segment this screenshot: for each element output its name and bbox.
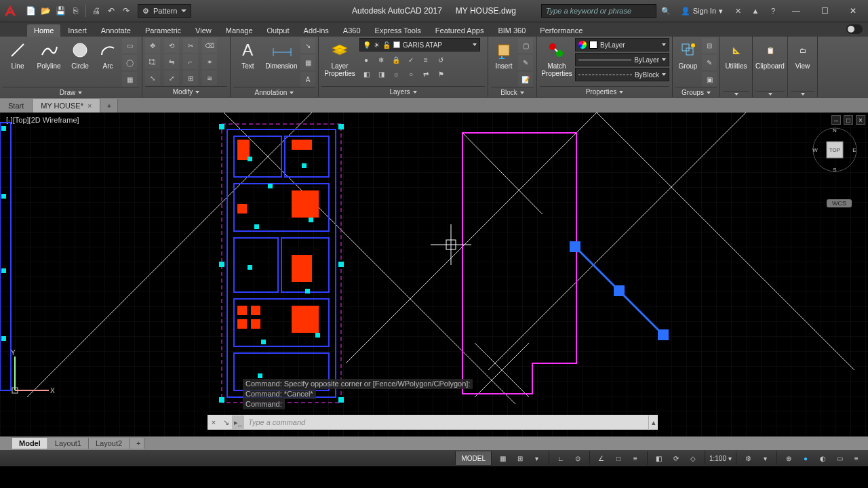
layer-properties-button[interactable]: Layer Properties [321,38,358,77]
tab-insert[interactable]: Insert [61,24,94,37]
saveas-icon[interactable]: ⎘ [69,5,81,17]
customize-icon[interactable]: ≡ [849,451,864,465]
arc-button[interactable]: Arc [96,38,119,70]
tab-express[interactable]: Express Tools [368,24,428,37]
layer-walk-icon[interactable]: ⚑ [434,68,448,80]
group-button[interactable]: Group [675,38,701,70]
close-button[interactable]: ✕ [840,2,867,20]
search-input[interactable]: Type a keyword or phrase [541,4,656,18]
layer-off-icon[interactable]: ● [359,54,373,66]
cmdline-expand-icon[interactable]: ▴ [648,415,658,429]
search-icon[interactable]: 🔍 [658,3,674,18]
layer-uniso-icon[interactable]: ◨ [374,68,388,80]
ungroup-icon[interactable]: ⊟ [702,38,717,53]
layout-tab-1[interactable]: Layout1 [48,438,89,449]
layer-iso-icon[interactable]: ◧ [359,68,373,80]
wcs-badge[interactable]: WCS [827,199,852,207]
ellipse-icon[interactable]: ◯ [122,55,137,70]
clean-screen-icon[interactable]: ▭ [832,451,847,465]
group-bbox-icon[interactable]: ▣ [702,72,717,87]
drawing-area[interactable]: [-][Top][2D Wireframe] – □ × [0,113,868,436]
model-space-toggle[interactable]: MODEL [455,451,491,465]
3dosnap-icon[interactable]: ◇ [686,451,701,465]
workspace-icon[interactable]: ▾ [757,451,772,465]
tab-bim360[interactable]: BIM 360 [491,24,532,37]
lineweight-dropdown[interactable]: ByLayer [575,53,669,66]
polar-icon[interactable]: ⊙ [570,451,585,465]
snap-toggle-icon[interactable]: ⊞ [513,451,528,465]
ribbon-minimize-toggle[interactable] [846,24,863,34]
view-cube[interactable]: TOP N S E W [811,126,859,174]
document-tab[interactable]: MY HOUSE*× [33,99,100,113]
line-button[interactable]: Line [3,38,33,70]
array-icon[interactable]: ⊞ [183,70,198,85]
table-icon[interactable]: ▦ [300,55,315,70]
cmdline-recent-icon[interactable]: ↘ [220,415,232,429]
fillet-icon[interactable]: ⌐ [183,54,198,69]
tab-annotate[interactable]: Annotate [94,24,138,37]
layout-add-button[interactable]: + [130,438,144,449]
cmdline-close-icon[interactable]: × [208,415,220,429]
mirror-icon[interactable]: ⇋ [164,54,179,69]
osnap-icon[interactable]: □ [611,451,626,465]
match-properties-button[interactable]: Match Properties [540,38,574,77]
hatch-icon[interactable]: ▦ [122,72,137,87]
start-tab[interactable]: Start [0,99,33,113]
close-tab-icon[interactable]: × [87,102,92,110]
edit-block-icon[interactable]: ✎ [518,55,533,70]
tab-featured[interactable]: Featured Apps [429,24,491,37]
tab-manage[interactable]: Manage [219,24,260,37]
rectangle-icon[interactable]: ▭ [122,38,137,53]
anno-monitor-icon[interactable]: ⊕ [781,451,796,465]
isolate-icon[interactable]: ◐ [815,451,830,465]
move-icon[interactable]: ✥ [145,38,160,53]
command-line[interactable]: × ↘ ▸_ Type a command ▴ [208,415,658,430]
tab-performance[interactable]: Performance [533,24,589,37]
layer-make-current-icon[interactable]: ✓ [404,54,418,66]
undo-icon[interactable]: ↶ [105,5,117,17]
layout-tab-model[interactable]: Model [12,438,48,449]
trim-icon[interactable]: ✂ [183,38,198,53]
grid-toggle-icon[interactable]: ▦ [496,451,511,465]
annotation-scale[interactable]: 1:100 ▾ [705,451,736,465]
workspace-switcher[interactable]: ⚙Pattern [138,4,191,18]
redo-icon[interactable]: ↷ [120,5,132,17]
layer-thaw-icon[interactable]: ☼ [389,68,403,80]
leader-icon[interactable]: ↘ [300,38,315,53]
offset-icon[interactable]: ≋ [202,70,217,85]
group-edit-icon[interactable]: ✎ [702,55,717,70]
create-block-icon[interactable]: ▢ [518,38,533,53]
clipboard-button[interactable]: 📋Clipboard [755,38,785,70]
gear-icon[interactable]: ⚙ [741,451,755,465]
mtext-icon[interactable]: A [300,72,315,87]
open-icon[interactable]: 📂 [39,5,52,17]
tab-home[interactable]: Home [27,24,60,37]
save-icon[interactable]: 💾 [54,5,66,17]
new-tab-button[interactable]: + [100,99,118,113]
help-icon[interactable]: ? [765,3,781,18]
layer-on-icon[interactable]: ○ [404,68,418,80]
linetype-dropdown[interactable]: ByBlock [575,68,669,81]
layer-change-icon[interactable]: ⇄ [419,68,433,80]
copy-icon[interactable]: ⿻ [145,54,160,69]
polyline-button[interactable]: Polyline [34,38,64,70]
layer-match-icon[interactable]: ≡ [419,54,433,66]
edit-attr-icon[interactable]: 📝 [518,72,533,87]
signin-button[interactable]: 👤 Sign In ▾ [675,7,728,16]
command-input[interactable]: Type a command [244,418,648,426]
text-button[interactable]: AText [233,38,262,70]
tab-output[interactable]: Output [260,24,296,37]
circle-button[interactable]: Circle [65,38,95,70]
layout-tab-2[interactable]: Layout2 [89,438,130,449]
plot-icon[interactable]: 🖨 [90,5,102,17]
isodraft-icon[interactable]: ∠ [594,451,609,465]
exchange-icon[interactable]: ✕ [730,3,746,18]
maximize-button[interactable]: ☐ [811,2,838,20]
scale-icon[interactable]: ⤢ [164,70,179,85]
snap-menu-icon[interactable]: ▾ [530,451,545,465]
view-button[interactable]: 🗀View [791,38,814,70]
hardware-accel-icon[interactable]: ● [798,451,813,465]
cycling-icon[interactable]: ⟳ [669,451,684,465]
erase-icon[interactable]: ⌫ [202,38,217,53]
ortho-icon[interactable]: ∟ [553,451,568,465]
